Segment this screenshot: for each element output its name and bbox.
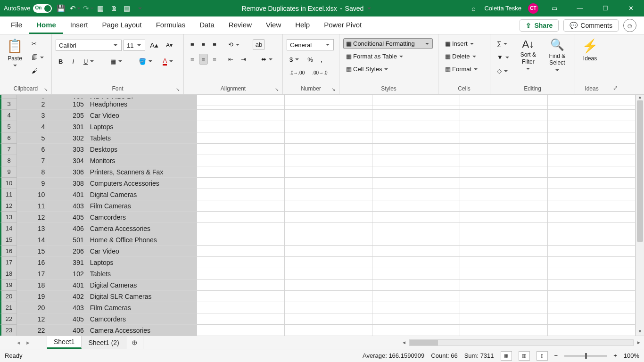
qat-icon-3[interactable]: ▤ <box>123 4 131 13</box>
italic-icon[interactable]: I <box>69 56 77 67</box>
font-color-icon[interactable]: A <box>160 55 177 67</box>
clear-icon[interactable]: ◇ <box>494 66 513 76</box>
table-row[interactable]: 9308Computers Accessories <box>17 178 636 189</box>
cell[interactable] <box>372 325 460 336</box>
cell[interactable]: Film Cameras <box>87 302 198 313</box>
vertical-scrollbar[interactable]: ▲ ▼ <box>636 95 644 336</box>
cell[interactable]: 402 <box>48 291 87 302</box>
maximize-icon[interactable]: ☐ <box>596 1 615 16</box>
table-row[interactable]: 10401Digital Cameras <box>17 189 636 200</box>
cell[interactable] <box>460 144 548 155</box>
cell[interactable]: 401 <box>48 189 87 200</box>
cell[interactable]: 20 <box>17 302 48 313</box>
cell[interactable]: Tablets <box>87 132 198 144</box>
search-icon[interactable]: ⌕ <box>469 4 478 13</box>
table-row[interactable]: 4301Laptops <box>17 121 636 132</box>
cell[interactable]: Car Video <box>87 110 198 121</box>
decrease-font-icon[interactable]: A▾ <box>163 40 175 50</box>
cell[interactable]: 105 <box>48 99 87 110</box>
cell[interactable] <box>285 200 372 212</box>
cell[interactable] <box>548 99 636 110</box>
cell[interactable]: Headphones <box>87 99 198 110</box>
cell[interactable] <box>285 212 372 223</box>
row-header[interactable]: 18 <box>0 268 17 280</box>
cell[interactable]: 306 <box>48 166 87 178</box>
cell[interactable] <box>197 223 285 234</box>
font-name-input[interactable]: Calibri <box>56 40 122 51</box>
merge-center-icon[interactable]: ⬌ <box>258 54 276 65</box>
cell[interactable]: 406 <box>48 223 87 234</box>
ideas-button[interactable]: ⚡Ideas <box>579 36 601 64</box>
sheet-tab-2[interactable]: Sheet1 (2) <box>82 336 126 349</box>
cell[interactable] <box>460 313 548 325</box>
cell[interactable] <box>197 212 285 223</box>
cell[interactable] <box>548 246 636 257</box>
cell[interactable] <box>460 302 548 313</box>
cell[interactable] <box>197 166 285 178</box>
comments-button[interactable]: 💬Comments <box>563 19 619 32</box>
row-header[interactable]: 7 <box>0 144 17 155</box>
cell[interactable]: 16 <box>17 257 48 268</box>
row-header[interactable]: 12 <box>0 200 17 212</box>
cell[interactable] <box>285 291 372 302</box>
delete-cells-button[interactable]: ▦Delete <box>442 51 480 62</box>
cell[interactable] <box>372 268 460 280</box>
horizontal-scrollbar[interactable]: ◄ ► <box>399 336 644 349</box>
cell[interactable] <box>548 155 636 166</box>
feedback-icon[interactable]: ☺ <box>623 19 636 32</box>
table-row[interactable]: 18401Digital Cameras <box>17 280 636 291</box>
tab-home[interactable]: Home <box>29 16 63 34</box>
cell[interactable] <box>197 144 285 155</box>
cell[interactable]: 14 <box>17 234 48 246</box>
cell[interactable] <box>548 166 636 178</box>
cell[interactable] <box>548 121 636 132</box>
table-row[interactable]: 14501Home & Office Phones <box>17 234 636 246</box>
autosum-icon[interactable]: ∑ <box>494 38 513 49</box>
number-format-input[interactable]: General <box>287 39 334 50</box>
cell[interactable]: 12 <box>17 212 48 223</box>
fill-color-icon[interactable]: 🪣 <box>136 56 156 67</box>
cell[interactable] <box>285 234 372 246</box>
tab-review[interactable]: Review <box>222 16 259 34</box>
view-normal-icon[interactable]: ▦ <box>501 351 512 361</box>
insert-cells-button[interactable]: ▦Insert <box>442 38 478 49</box>
cell[interactable] <box>197 246 285 257</box>
cell[interactable] <box>460 280 548 291</box>
copy-icon[interactable]: 🗐 <box>29 52 48 63</box>
cell[interactable] <box>548 280 636 291</box>
cell[interactable]: 406 <box>48 325 87 336</box>
cell[interactable] <box>548 291 636 302</box>
save-icon[interactable]: 💾 <box>57 4 65 13</box>
cell[interactable]: 19 <box>17 291 48 302</box>
cell[interactable]: Camera Accessories <box>87 223 198 234</box>
minimize-icon[interactable]: — <box>570 1 589 16</box>
align-launcher-icon[interactable]: ↘ <box>275 87 279 92</box>
row-header[interactable]: 19 <box>0 280 17 291</box>
add-sheet-button[interactable]: ⊕ <box>126 336 143 349</box>
zoom-in-icon[interactable]: + <box>613 352 617 359</box>
cell[interactable] <box>197 155 285 166</box>
cell[interactable] <box>548 257 636 268</box>
view-page-break-icon[interactable]: ▯ <box>537 351 548 361</box>
autosave-toggle[interactable]: AutoSave On <box>4 4 52 13</box>
cell[interactable] <box>372 257 460 268</box>
cell[interactable] <box>548 110 636 121</box>
cell[interactable]: 403 <box>48 302 87 313</box>
cell[interactable]: Monitors <box>87 155 198 166</box>
qat-dropdown-icon[interactable] <box>136 4 144 13</box>
table-row[interactable]: 7304Monitors <box>17 155 636 166</box>
cell[interactable] <box>197 121 285 132</box>
increase-indent-icon[interactable]: ⇥ <box>238 54 249 65</box>
row-header[interactable]: 5 <box>0 121 17 132</box>
cell[interactable] <box>372 212 460 223</box>
find-select-button[interactable]: 🔍Find & Select <box>544 36 571 75</box>
cell[interactable]: Digital Cameras <box>87 280 198 291</box>
cell[interactable] <box>460 246 548 257</box>
cell[interactable] <box>197 302 285 313</box>
tab-page-layout[interactable]: Page Layout <box>95 16 149 34</box>
cell[interactable] <box>372 189 460 200</box>
table-row[interactable]: 1101MP4 & MP3 Players <box>17 95 636 99</box>
cell[interactable] <box>372 178 460 189</box>
number-launcher-icon[interactable]: ↘ <box>331 87 335 92</box>
decrease-decimal-icon[interactable]: .00→.0 <box>309 68 330 77</box>
